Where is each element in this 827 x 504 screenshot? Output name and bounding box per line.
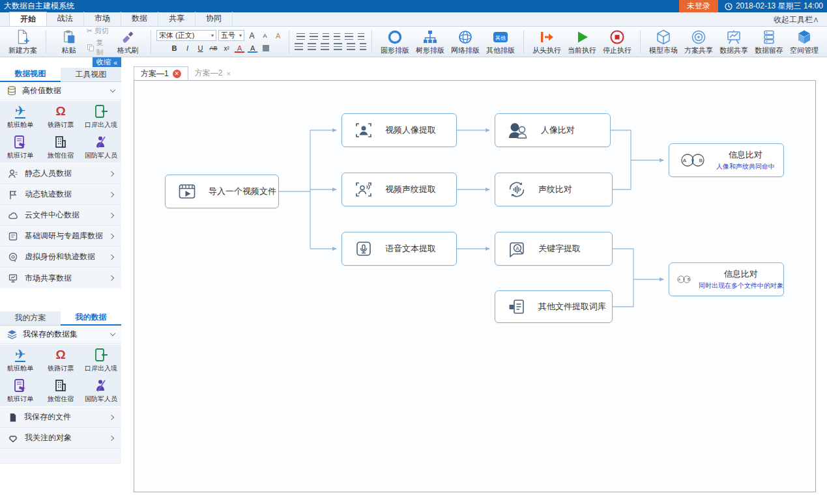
- run-from-start-button[interactable]: 从头执行: [529, 28, 564, 55]
- model-market-button[interactable]: 模型市场: [646, 28, 681, 55]
- sidebar-item-market-shared[interactable]: 市场共享数据: [0, 268, 121, 288]
- tab-share[interactable]: 共享: [158, 12, 196, 26]
- other-layout-button[interactable]: 其他 其他排版: [483, 28, 518, 55]
- dataset-flight-manifest[interactable]: ✈ 航班舱单: [0, 101, 40, 132]
- login-status-badge[interactable]: 未登录: [679, 0, 718, 12]
- dataset-railway-ticket[interactable]: Ω 铁路订票: [40, 101, 81, 132]
- collapse-toolbar-button[interactable]: 收起工具栏∧: [774, 14, 819, 25]
- section-high-value-data[interactable]: 高价值数据: [0, 82, 121, 100]
- sidebar-item-cloud-file[interactable]: 云文件中心数据: [0, 205, 121, 226]
- tab-my-plans[interactable]: 我的方案: [0, 311, 61, 326]
- font-color-button[interactable]: A: [234, 44, 245, 53]
- line-spacing-icon[interactable]: [347, 43, 355, 50]
- face-compare-icon: [507, 120, 529, 140]
- chevron-right-icon: [109, 254, 114, 259]
- bold-button[interactable]: B: [169, 43, 180, 53]
- node-face-compare[interactable]: 人像比对: [495, 113, 611, 147]
- chevron-right-icon: [109, 212, 114, 217]
- tab-my-data[interactable]: 我的数据: [61, 311, 121, 326]
- cut-button[interactable]: ✂ 剪切: [87, 26, 111, 36]
- saved-railway-ticket[interactable]: Ω 铁路订票: [40, 344, 81, 376]
- sidebar-item-my-saved-files[interactable]: 我保存的文件: [0, 407, 121, 428]
- tab-tool-view[interactable]: 工具视图: [61, 68, 121, 82]
- sidebar-item-my-followed[interactable]: 我关注的对象: [0, 428, 121, 449]
- bullet-list-icon[interactable]: [297, 33, 305, 40]
- text-effects-button[interactable]: A: [272, 31, 283, 41]
- font-size-select[interactable]: 五号 ▾: [218, 30, 244, 41]
- saved-flight-order[interactable]: 航班订单: [0, 376, 40, 407]
- underline-button[interactable]: U: [195, 43, 206, 53]
- dataset-hotel[interactable]: 旅馆住宿: [40, 132, 81, 163]
- sidebar-item-dynamic-trajectory[interactable]: 动态轨迹数据: [0, 184, 121, 205]
- align-center-icon[interactable]: [308, 43, 316, 50]
- font-family-select[interactable]: 宋体 (正文) ▾: [156, 30, 216, 41]
- italic-button[interactable]: I: [182, 43, 193, 53]
- numbered-list-icon[interactable]: [310, 33, 318, 40]
- saved-hotel[interactable]: 旅馆住宿: [40, 376, 81, 407]
- tab-data-view[interactable]: 数据视图: [0, 68, 61, 82]
- show-marks-icon[interactable]: [358, 33, 364, 40]
- svg-text:A: A: [515, 245, 519, 251]
- close-tab-icon[interactable]: ✕: [173, 70, 181, 78]
- stop-button[interactable]: 停止执行: [600, 28, 635, 55]
- increase-indent-icon[interactable]: [334, 33, 340, 40]
- tab-data[interactable]: 数据: [121, 12, 158, 26]
- node-keyword-extract[interactable]: A 关键字提取: [495, 232, 613, 266]
- saved-military-person[interactable]: 国防军人员: [81, 376, 121, 407]
- copy-button[interactable]: 复制: [87, 38, 111, 57]
- shrink-font-button[interactable]: A: [259, 31, 270, 41]
- align-right-icon[interactable]: [321, 43, 329, 50]
- dataset-border-entry[interactable]: 口岸出入境: [81, 101, 121, 132]
- sidebar-item-static-personnel[interactable]: 静态人员数据: [0, 163, 121, 184]
- close-tab-icon[interactable]: ×: [226, 70, 230, 77]
- node-voiceprint-compare[interactable]: 声纹比对: [495, 173, 613, 206]
- doc-tab-plan1[interactable]: 方案—1 ✕: [134, 66, 188, 80]
- decrease-indent-icon[interactable]: [323, 33, 329, 40]
- space-manage-button[interactable]: 空间管理: [787, 28, 822, 55]
- highlight-color-button[interactable]: A: [247, 44, 258, 53]
- doc-tab-plan2[interactable]: 方案—2 ×: [188, 66, 237, 80]
- saved-flight-manifest[interactable]: ✈ 航班舱单: [0, 344, 40, 376]
- sort-icon[interactable]: [345, 33, 353, 40]
- borders-icon[interactable]: [360, 43, 366, 50]
- data-share-button[interactable]: 数据共享: [716, 28, 751, 55]
- node-other-files-lexicon[interactable]: 其他文件提取词库: [495, 290, 613, 323]
- data-view-tabs: 数据视图 工具视图: [0, 68, 121, 82]
- tab-home[interactable]: 开始: [9, 12, 47, 26]
- tab-market[interactable]: 市场: [84, 12, 121, 26]
- node-info-compare-1[interactable]: A B 信息比对 人像和声纹共同命中: [669, 143, 784, 177]
- sidebar-item-virtual-identity[interactable]: 虚拟身份和轨迹数据: [0, 247, 121, 268]
- dataset-military-person[interactable]: 国防军人员: [81, 132, 121, 163]
- grow-font-button[interactable]: A: [246, 31, 257, 41]
- saved-border-entry[interactable]: 口岸出入境: [81, 344, 121, 376]
- node-video-face-extract[interactable]: 视频人像提取: [341, 113, 457, 147]
- run-current-button[interactable]: 当前执行: [564, 28, 600, 55]
- character-shading-button[interactable]: [260, 43, 271, 53]
- tab-collaborate[interactable]: 协同: [196, 12, 233, 26]
- chevron-down-icon: ▾: [239, 33, 242, 38]
- border-entry-icon: [94, 348, 108, 362]
- node-info-compare-2[interactable]: A B 信息比对 同时出现在多个文件中的对象: [669, 262, 784, 296]
- flow-canvas[interactable]: 导入一个视频文件 视频人像提取 人像比对: [134, 80, 816, 492]
- sidebar-item-research-library[interactable]: 基础调研与专题库数据: [0, 226, 121, 247]
- node-speech-text-extract[interactable]: 语音文本提取: [341, 232, 457, 266]
- node-video-voiceprint-extract[interactable]: 视频声纹提取: [341, 173, 457, 206]
- network-layout-button[interactable]: 网络排版: [448, 28, 483, 55]
- plan-share-button[interactable]: 方案共享: [681, 28, 716, 55]
- sidebar-collapse-button[interactable]: 收缩 «: [93, 57, 121, 67]
- superscript-button[interactable]: x²: [221, 43, 232, 53]
- section-saved-datasets[interactable]: 我保存的数据集: [0, 326, 121, 344]
- data-retain-button[interactable]: 数据留存: [751, 28, 787, 55]
- strikethrough-button[interactable]: AB: [208, 43, 219, 53]
- node-import-video-file[interactable]: 导入一个视频文件: [165, 175, 279, 208]
- tab-tactics[interactable]: 战法: [47, 12, 84, 26]
- new-plan-button[interactable]: 新建方案: [5, 28, 40, 55]
- dataset-flight-order[interactable]: 航班订单: [0, 132, 40, 163]
- align-left-icon[interactable]: [295, 43, 303, 50]
- circle-layout-button[interactable]: 圆形排版: [377, 28, 413, 55]
- format-painter-button[interactable]: 格式刷: [110, 28, 145, 55]
- justify-icon[interactable]: [334, 43, 342, 50]
- railway-icon: Ω: [55, 105, 65, 118]
- tree-layout-button[interactable]: 树形排版: [413, 28, 448, 55]
- paste-button[interactable]: 粘贴: [51, 28, 87, 55]
